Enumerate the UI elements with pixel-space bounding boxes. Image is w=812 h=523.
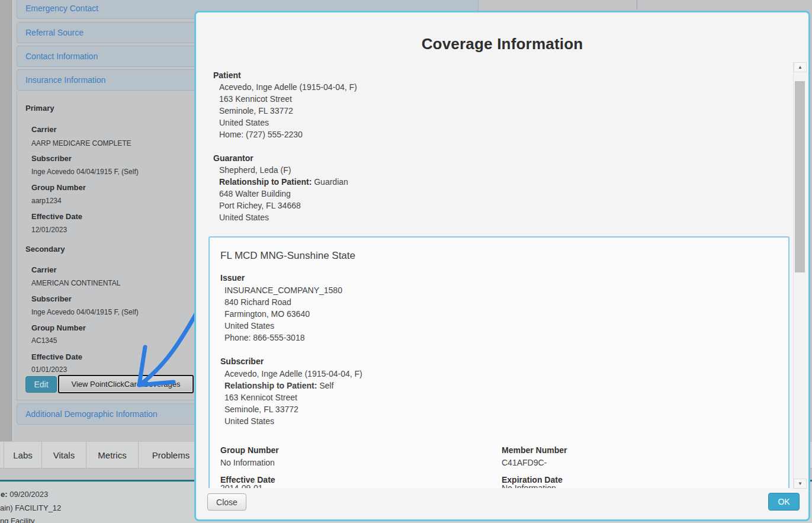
footer-facility-type-line: ng Facility: [0, 516, 35, 523]
guarantor-heading: Guarantor: [213, 153, 253, 163]
tab-metrics[interactable]: Metrics: [86, 442, 139, 468]
group-number-label: Group Number: [220, 445, 279, 455]
tab-label: Problems: [152, 450, 190, 460]
patient-heading: Patient: [213, 70, 241, 80]
field-value: 01/01/2023: [31, 365, 67, 374]
guarantor-relationship: Relationship to Patient: Guardian: [219, 177, 348, 187]
subscriber-relationship: Relationship to Patient: Self: [224, 381, 333, 390]
member-number-label: Member Number: [502, 445, 567, 455]
guarantor-street: 648 Walter Building: [219, 189, 291, 198]
chevron-down-icon: ▼: [798, 481, 803, 486]
secondary-section-title: Secondary: [25, 245, 65, 254]
footer-date-line: e: 09/20/2023: [1, 490, 48, 499]
subscriber-city: Seminole, FL 33772: [224, 405, 299, 414]
group-number-value: No Information: [220, 458, 275, 467]
issuer-phone: Phone: 866-555-3018: [224, 333, 304, 342]
guarantor-country: United States: [219, 213, 269, 222]
primary-section-title: Primary: [25, 104, 54, 113]
footer-facility-line: ain) FACILITY_12: [0, 503, 61, 512]
expiration-date-value: No Information: [502, 483, 556, 488]
chevron-up-icon: ▲: [798, 65, 803, 70]
subscriber-heading: Subscriber: [220, 357, 264, 366]
issuer-country: United States: [224, 321, 274, 331]
tab-labs[interactable]: Labs: [4, 442, 42, 468]
accordion-label: Contact Information: [25, 52, 98, 61]
tabbar-spacer: [0, 442, 4, 468]
modal-title: Coverage Information: [196, 35, 808, 53]
field-value: aarp1234: [31, 197, 62, 205]
field-value: 12/01/2023: [31, 226, 67, 234]
field-label: Carrier: [31, 125, 57, 134]
tab-vitals[interactable]: Vitals: [42, 442, 86, 468]
guarantor-city: Port Richey, FL 34668: [219, 201, 301, 210]
subscriber-street: 163 Kennicot Street: [224, 393, 297, 402]
guarantor-name: Shepherd, Leda (F): [219, 165, 291, 175]
issuer-city: Farmington, MO 63640: [224, 309, 310, 319]
effective-date-value: 2014-09-01: [220, 483, 263, 488]
field-value: Inge Acevedo 04/04/1915 F, (Self): [31, 308, 139, 316]
edit-button[interactable]: Edit: [25, 376, 57, 393]
accordion-label: Insurance Information: [25, 75, 105, 85]
field-value: Inge Acevedo 04/04/1915 F, (Self): [31, 168, 139, 176]
accordion-label: Referral Source: [25, 28, 84, 37]
field-value: AARP MEDICARE COMPLETE: [31, 139, 131, 147]
patient-city: Seminole, FL 33772: [219, 106, 293, 115]
left-gutter: [0, 0, 12, 441]
top-panel-divider: [637, 0, 637, 9]
patient-country: United States: [219, 118, 269, 127]
accordion-label: Additional Demographic Information: [25, 409, 158, 419]
scrollbar-thumb[interactable]: [795, 81, 805, 272]
field-value: AC1345: [31, 336, 57, 345]
field-label: Subscriber: [31, 294, 72, 303]
field-label: Subscriber: [31, 154, 72, 163]
issuer-street: 840 Richard Road: [224, 297, 291, 307]
view-pointclickcare-coverages-button[interactable]: View PointClickCare Coverages: [58, 375, 194, 393]
scroll-down-button[interactable]: ▼: [794, 479, 807, 489]
ok-button[interactable]: OK: [768, 493, 800, 511]
subscriber-name: Acevedo, Inge Adelle (1915-04-04, F): [224, 369, 362, 378]
field-label: Group Number: [31, 183, 86, 192]
modal-scrollbar: ▲ ▼: [793, 62, 806, 489]
patient-name: Acevedo, Inge Adelle (1915-04-04, F): [219, 82, 357, 92]
accordion-label: Emergency Contact: [25, 4, 98, 13]
field-label: Effective Date: [31, 212, 82, 221]
member-number-value: C41AFD9C-: [502, 458, 547, 467]
field-label: Carrier: [31, 265, 57, 274]
coverage-card: FL MCD MNG-Sunshine State Issuer INSURAN…: [208, 236, 789, 488]
subscriber-country: United States: [224, 416, 274, 426]
tab-label: Vitals: [53, 450, 75, 460]
tab-label: Metrics: [98, 450, 126, 460]
field-value: AMERICAN CONTINENTAL: [31, 279, 120, 287]
screen: Emergency Contact Referral Source Contac…: [0, 0, 812, 523]
tab-label: Labs: [13, 450, 33, 460]
coverage-information-modal: Coverage Information Patient Acevedo, In…: [194, 11, 810, 521]
issuer-name: INSURANCE_COMPANY_1580: [224, 285, 342, 295]
field-label: Group Number: [31, 323, 86, 332]
field-label: Effective Date: [31, 352, 82, 361]
scroll-up-button[interactable]: ▲: [794, 62, 807, 72]
patient-phone: Home: (727) 555-2230: [219, 130, 303, 139]
close-button[interactable]: Close: [207, 493, 246, 511]
patient-street: 163 Kennicot Street: [219, 94, 292, 104]
plan-name: FL MCD MNG-Sunshine State: [220, 250, 355, 262]
issuer-heading: Issuer: [220, 273, 245, 283]
